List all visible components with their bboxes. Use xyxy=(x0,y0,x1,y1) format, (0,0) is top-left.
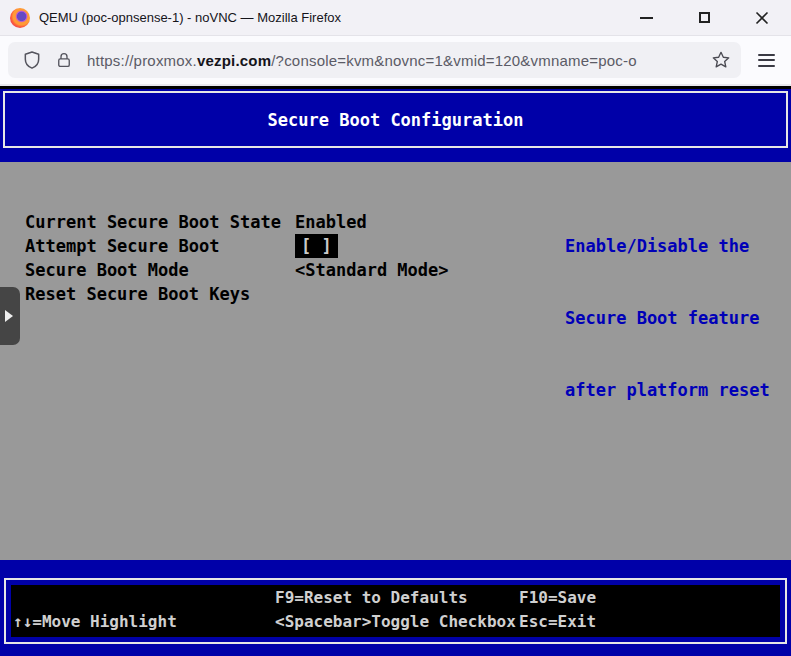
bookmark-star-icon[interactable] xyxy=(711,50,731,70)
bios-body: Current Secure Boot State Enabled Attemp… xyxy=(0,162,791,560)
url-domain: vezpi.com xyxy=(197,52,271,69)
bios-help-text: Enable/Disable the Secure Boot feature a… xyxy=(565,186,770,450)
bios-footer: F9=Reset to Defaults F10=Save ↑↓=Move Hi… xyxy=(4,578,787,644)
novnc-bios-screen: Secure Boot Configuration Current Secure… xyxy=(0,86,791,656)
hamburger-menu-icon[interactable] xyxy=(758,54,775,67)
window-title: QEMU (poc-opnsense-1) - noVNC — Mozilla … xyxy=(39,10,341,25)
bios-top-line xyxy=(0,86,791,89)
close-icon xyxy=(755,11,769,25)
expand-arrow-icon xyxy=(5,310,13,322)
hint-move-highlight: ↑↓=Move Highlight xyxy=(13,610,275,634)
menu-label: Reset Secure Boot Keys xyxy=(25,282,295,306)
url-bar[interactable]: https://proxmox.vezpi.com/?console=kvm&n… xyxy=(8,42,741,78)
browser-toolbar: https://proxmox.vezpi.com/?console=kvm&n… xyxy=(0,36,791,84)
maximize-button[interactable] xyxy=(675,0,733,35)
novnc-control-bar-handle[interactable] xyxy=(0,287,20,345)
help-line: after platform reset xyxy=(565,378,770,402)
window-controls xyxy=(617,0,791,35)
secure-boot-checkbox[interactable]: [ ] xyxy=(295,234,338,258)
url-path: /?console=kvm&novnc=1&vmid=120&vmname=po… xyxy=(271,52,636,69)
menu-label: Attempt Secure Boot xyxy=(25,234,295,258)
minimize-button[interactable] xyxy=(617,0,675,35)
menu-row-secure-boot-mode[interactable]: Secure Boot Mode <Standard Mode> xyxy=(25,258,449,282)
help-line: Enable/Disable the xyxy=(565,234,770,258)
menu-row-reset-keys[interactable]: Reset Secure Boot Keys xyxy=(25,282,449,306)
maximize-icon xyxy=(699,12,710,23)
menu-label: Secure Boot Mode xyxy=(25,258,295,282)
hint-esc-exit: Esc=Exit xyxy=(519,610,778,634)
close-button[interactable] xyxy=(733,0,791,35)
hint-f9-reset: F9=Reset to Defaults xyxy=(275,586,519,610)
window-titlebar: QEMU (poc-opnsense-1) - noVNC — Mozilla … xyxy=(0,0,791,36)
lock-icon[interactable] xyxy=(55,51,73,69)
menu-row-attempt-secure-boot[interactable]: Attempt Secure Boot [ ] xyxy=(25,234,449,258)
bios-header: Secure Boot Configuration xyxy=(3,91,788,148)
shield-icon[interactable] xyxy=(22,50,42,70)
bios-menu: Current Secure Boot State Enabled Attemp… xyxy=(25,210,449,306)
url-scheme: https://proxmox. xyxy=(87,52,197,69)
bios-page-title: Secure Boot Configuration xyxy=(268,110,524,130)
help-line: Secure Boot feature xyxy=(565,306,770,330)
bios-key-hints: F9=Reset to Defaults F10=Save ↑↓=Move Hi… xyxy=(11,585,780,637)
menu-value: Enabled xyxy=(295,210,367,234)
menu-row-current-state: Current Secure Boot State Enabled xyxy=(25,210,449,234)
hint-f10-save: F10=Save xyxy=(519,586,778,610)
minimize-icon xyxy=(640,17,653,19)
hint-empty xyxy=(13,586,275,610)
firefox-icon xyxy=(10,8,30,28)
menu-value: <Standard Mode> xyxy=(295,258,449,282)
hint-spacebar-toggle: <Spacebar>Toggle Checkbox xyxy=(275,610,519,634)
menu-label: Current Secure Boot State xyxy=(25,210,295,234)
url-text[interactable]: https://proxmox.vezpi.com/?console=kvm&n… xyxy=(87,52,703,69)
